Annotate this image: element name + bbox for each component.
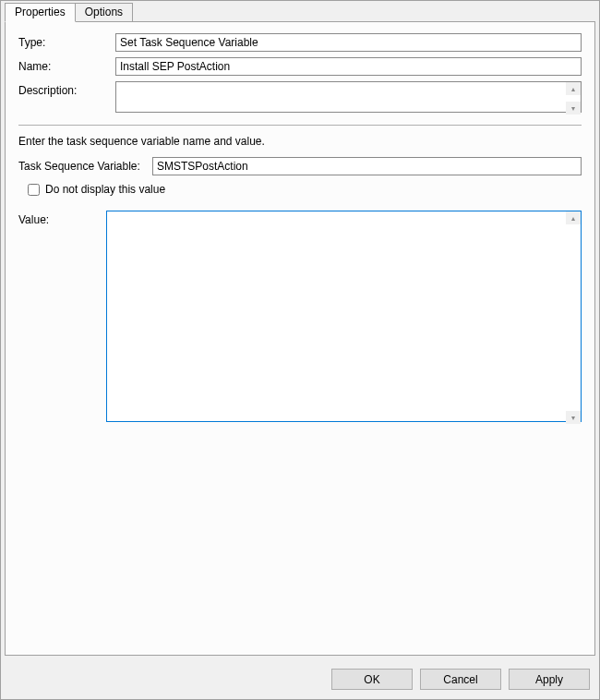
ok-button[interactable]: OK	[331, 669, 413, 690]
scroll-down-icon[interactable]: ▾	[566, 102, 581, 115]
description-row: Description: ▴ ▾	[18, 81, 582, 115]
type-label: Type:	[18, 33, 115, 49]
task-sequence-step-dialog: Properties Options Type: Name: Descripti…	[0, 0, 600, 700]
name-row: Name:	[18, 57, 582, 76]
tabs-row: Properties Options	[1, 1, 599, 22]
description-field[interactable]	[115, 81, 582, 113]
value-row: Value: ▴ ▾	[18, 211, 582, 425]
divider	[18, 125, 582, 126]
type-field	[115, 33, 582, 52]
do-not-display-label[interactable]: Do not display this value	[45, 183, 165, 196]
name-field[interactable]	[115, 57, 582, 76]
task-variable-field[interactable]	[152, 157, 582, 175]
tab-options[interactable]: Options	[76, 3, 133, 22]
apply-button[interactable]: Apply	[509, 669, 590, 690]
description-label: Description:	[18, 81, 115, 97]
do-not-display-row: Do not display this value	[28, 183, 582, 196]
properties-panel: Type: Name: Description: ▴ ▾ Enter the t…	[5, 21, 595, 656]
do-not-display-checkbox[interactable]	[28, 184, 40, 196]
value-field[interactable]	[106, 211, 582, 422]
instruction-text: Enter the task sequence variable name an…	[18, 135, 582, 148]
task-variable-label: Task Sequence Variable:	[18, 157, 152, 173]
button-strip: OK Cancel Apply	[1, 663, 599, 699]
name-label: Name:	[18, 57, 115, 73]
scroll-down-icon[interactable]: ▾	[566, 411, 581, 424]
type-row: Type:	[18, 33, 582, 52]
task-variable-row: Task Sequence Variable:	[18, 157, 582, 175]
scroll-up-icon[interactable]: ▴	[566, 82, 581, 95]
tab-properties[interactable]: Properties	[5, 3, 76, 22]
value-label: Value:	[18, 211, 106, 226]
scroll-up-icon[interactable]: ▴	[566, 211, 581, 224]
cancel-button[interactable]: Cancel	[420, 669, 501, 690]
